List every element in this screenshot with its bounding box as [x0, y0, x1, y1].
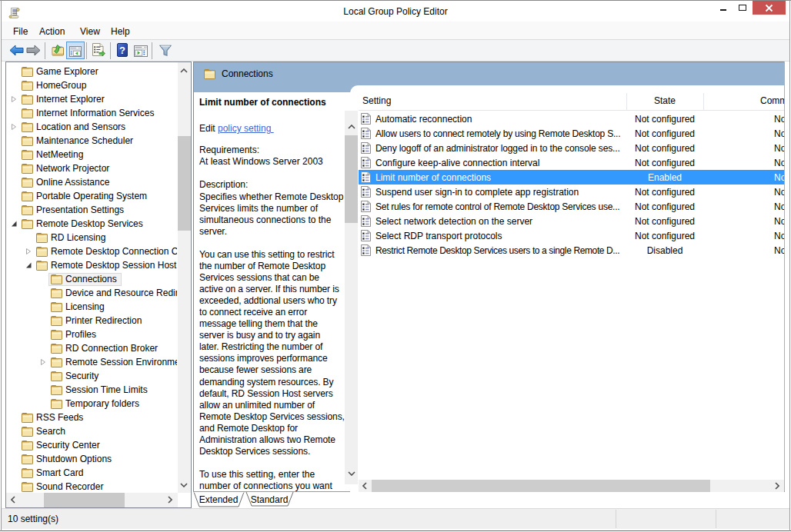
svg-text:?: ?: [119, 45, 125, 56]
svg-text:Extended: Extended: [199, 494, 239, 505]
svg-text:Standard: Standard: [251, 494, 289, 505]
